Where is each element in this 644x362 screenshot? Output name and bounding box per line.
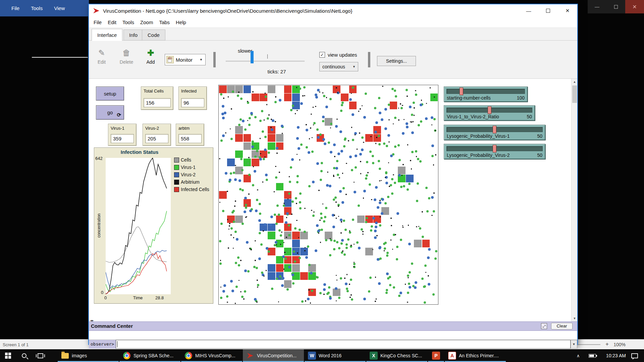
update-mode-dropdown[interactable]: continuous ▼ <box>319 62 358 71</box>
view-updates-checkbox[interactable]: ✓ <box>319 52 325 58</box>
green-agent-dot <box>299 192 302 195</box>
titlebar[interactable]: VirusCompetition - NetLogo {C:\Users\lar… <box>89 4 577 17</box>
go-button[interactable]: go ⟳ <box>96 105 124 120</box>
green-agent-dot <box>333 248 335 250</box>
minimize-button[interactable]: — <box>519 4 538 17</box>
tab-interface[interactable]: Interface <box>92 29 122 41</box>
green-agent-dot <box>271 288 273 290</box>
blue-agent-dot <box>316 162 319 165</box>
tab-info[interactable]: Info <box>123 29 143 41</box>
green-agent-dot <box>350 279 352 281</box>
settings-button[interactable]: Settings... <box>377 56 416 66</box>
background-maximize-button[interactable] <box>606 0 625 13</box>
notification-center-icon[interactable] <box>631 353 638 358</box>
black-agent-dot <box>376 137 377 138</box>
monitor-widget-icon: abc <box>166 56 174 63</box>
blue-agent-dot <box>411 131 414 134</box>
blue-agent-dot <box>330 151 332 154</box>
slider-lysogenic-probability-virus-2[interactable]: Lysogenic_Probability_Virus-250 <box>444 144 545 159</box>
background-close-button[interactable]: ✕ <box>625 0 644 13</box>
slider-track[interactable] <box>446 89 525 94</box>
slider-virus1-to-virus2-ratio[interactable]: Virus-1_to_Virus-2_Ratio50 <box>444 105 535 121</box>
black-agent-dot <box>431 124 433 126</box>
background-menu-view[interactable]: View <box>54 5 65 11</box>
popout-icon[interactable]: ⤢ <box>541 323 547 329</box>
patch-square <box>219 85 227 93</box>
menu-zoom[interactable]: Zoom <box>140 19 153 25</box>
taskbar-app-label: KingCo Chess SC... <box>380 353 422 358</box>
speed-slider-thumb[interactable] <box>251 51 254 63</box>
slider-thumb[interactable] <box>493 145 496 153</box>
green-agent-dot <box>304 231 306 233</box>
taskbar-app-word-2016[interactable]: WWord 2016 <box>305 349 366 362</box>
scroll-down-arrow[interactable]: ▼ <box>572 315 578 321</box>
green-agent-dot <box>220 93 222 96</box>
patch-square <box>252 94 259 101</box>
plot-legend: CellsVirus-1Virus-2ArbitriumInfected Cel… <box>174 157 209 194</box>
black-agent-dot <box>338 205 339 207</box>
patch-square <box>349 102 357 109</box>
scroll-up-arrow[interactable]: ▲ <box>572 79 578 85</box>
menu-tools[interactable]: Tools <box>122 19 134 25</box>
vertical-scrollbar[interactable]: ▲ ▼ <box>571 79 577 321</box>
delete-widget-button[interactable]: 🗑 Delete <box>116 48 137 65</box>
taskbar-app-powerpoint[interactable]: P <box>428 349 444 362</box>
green-agent-dot <box>370 229 372 232</box>
command-input[interactable] <box>116 340 571 349</box>
black-agent-dot <box>398 119 399 121</box>
setup-button[interactable]: setup <box>96 86 124 101</box>
patch-square <box>422 240 430 247</box>
green-agent-dot <box>238 264 240 266</box>
task-view-button[interactable] <box>32 349 48 362</box>
command-center-header[interactable]: Command Center ⤢ Clear <box>89 322 577 331</box>
speed-slider-track[interactable] <box>226 61 305 62</box>
tab-code[interactable]: Code <box>142 29 165 41</box>
taskbar-app-viruscompetition[interactable]: VirusCompetition... <box>243 349 304 362</box>
edit-widget-button[interactable]: ✎ Edit <box>91 48 112 65</box>
black-agent-dot <box>291 214 292 215</box>
slider-lysogenic-probability-virus-1[interactable]: Lysogenic_Probability_Virus-150 <box>444 125 545 140</box>
tray-expand-chevron-icon[interactable]: ∧ <box>573 353 584 358</box>
taskbar-app-an-ethics-primer[interactable]: AAn Ethics Primer.... <box>445 349 506 362</box>
widget-type-dropdown[interactable]: abc Monitor ▼ <box>165 54 206 65</box>
background-minimize-button[interactable]: — <box>588 0 606 13</box>
blue-agent-dot <box>431 196 434 199</box>
zoom-in-button[interactable]: + <box>605 341 609 348</box>
black-agent-dot <box>349 230 351 232</box>
taskbar-app-spring-sba-sche[interactable]: Spring SBA Sche... <box>119 349 180 362</box>
maximize-button[interactable] <box>538 4 558 17</box>
taskbar-clock[interactable]: 10:23 AM <box>606 353 626 358</box>
green-agent-dot <box>393 286 395 289</box>
background-menu-tools[interactable]: Tools <box>31 5 43 11</box>
menu-edit[interactable]: Edit <box>108 19 116 25</box>
start-button[interactable] <box>0 349 16 362</box>
add-widget-button[interactable]: ✚ Add <box>140 48 161 65</box>
slider-thumb[interactable] <box>493 126 496 133</box>
menu-help[interactable]: Help <box>176 19 186 25</box>
close-button[interactable]: ✕ <box>558 4 577 17</box>
menu-tabs[interactable]: Tabs <box>159 19 170 25</box>
slider-starting-number-cells[interactable]: starting-number-cells100 <box>444 86 528 102</box>
horizontal-scroll-arrows[interactable]: ◂▸ <box>90 319 94 321</box>
slider-thumb[interactable] <box>460 87 463 95</box>
green-agent-dot <box>340 110 342 112</box>
green-agent-dot <box>345 247 348 249</box>
history-dropdown-button[interactable]: ▼ <box>571 340 577 349</box>
background-menu-file[interactable]: File <box>11 5 19 11</box>
clear-button[interactable]: Clear <box>551 323 573 329</box>
black-agent-dot <box>405 284 406 285</box>
green-agent-dot <box>234 231 237 233</box>
green-agent-dot <box>245 204 247 206</box>
taskbar-app-images[interactable]: images <box>58 349 119 362</box>
green-agent-dot <box>319 292 322 294</box>
menu-file[interactable]: File <box>94 19 102 25</box>
taskbar-app-mihs-viruscomp[interactable]: MIHS VirusComp... <box>181 349 242 362</box>
scrollbar-thumb[interactable] <box>572 85 577 103</box>
battery-icon[interactable] <box>589 354 596 358</box>
black-agent-dot <box>283 242 285 243</box>
black-agent-dot <box>281 232 282 233</box>
search-button[interactable] <box>16 349 32 362</box>
black-agent-dot <box>313 124 314 126</box>
slider-thumb[interactable] <box>488 106 491 114</box>
taskbar-app-kingco-chess-sc[interactable]: XKingCo Chess SC... <box>366 349 427 362</box>
